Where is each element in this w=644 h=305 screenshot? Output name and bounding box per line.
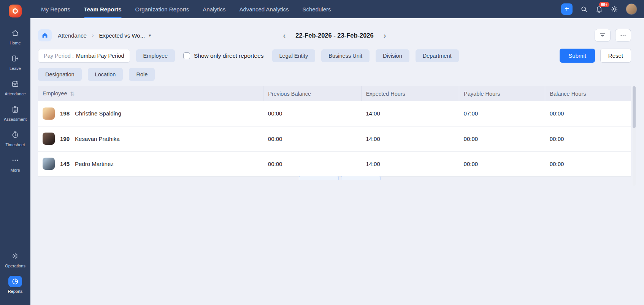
- filter-chip-role[interactable]: Role: [129, 68, 155, 81]
- sidebar-item-home[interactable]: Home: [0, 27, 30, 45]
- add-button[interactable]: +: [561, 3, 573, 15]
- clipped-popup-fragment: [299, 176, 381, 180]
- employee-id: 198: [60, 110, 70, 117]
- pay-period-selector[interactable]: Pay Period : Mumbai Pay Period: [38, 49, 130, 63]
- column-header-employee[interactable]: Employee⇅: [38, 86, 263, 101]
- employee-id: 145: [60, 161, 70, 167]
- sidebar-item-attendance[interactable]: Attendance: [0, 78, 30, 96]
- employee-name: Kesavan Prathika: [75, 136, 120, 142]
- breadcrumb-separator-icon: ›: [92, 32, 94, 38]
- expected-hours-value: 14:00: [361, 101, 459, 126]
- sidebar-item-label: Home: [10, 41, 21, 45]
- reset-button[interactable]: Reset: [600, 49, 631, 63]
- sidebar-item-reports[interactable]: Reports: [0, 276, 30, 294]
- column-header-previous-balance[interactable]: Previous Balance: [263, 86, 361, 101]
- table-header-row: Employee⇅ Previous Balance Expected Hour…: [38, 86, 631, 101]
- filters-section: Pay Period : Mumbai Pay Period Employee …: [38, 49, 631, 81]
- filter-chip-department[interactable]: Department: [416, 49, 459, 62]
- direct-reportees-checkbox[interactable]: [183, 52, 190, 59]
- filter-chip-business-unit[interactable]: Business Unit: [321, 49, 370, 62]
- filter-chip-designation[interactable]: Designation: [38, 68, 82, 81]
- filter-chip-location[interactable]: Location: [88, 68, 123, 81]
- expected-hours-value: 14:00: [361, 126, 459, 151]
- tab-advanced-analytics[interactable]: Advanced Analytics: [239, 0, 289, 18]
- payable-hours-value: 00:00: [459, 151, 545, 176]
- payable-hours-value: 00:00: [459, 126, 545, 151]
- balance-hours-value: 00:00: [545, 151, 631, 176]
- filter-actions: Submit Reset: [560, 49, 631, 63]
- topbar: My Reports Team Reports Organization Rep…: [30, 0, 644, 18]
- table-row[interactable]: 145 Pedro Martinez 00:00 14:00 00:00 00:…: [38, 151, 631, 176]
- previous-balance-value: 00:00: [263, 101, 361, 126]
- table-row[interactable]: 190 Kesavan Prathika 00:00 14:00 00:00 0…: [38, 126, 631, 151]
- topbar-actions: + 99+: [561, 0, 637, 18]
- app-logo[interactable]: [9, 5, 22, 17]
- employee-id: 190: [60, 136, 70, 142]
- home-icon: [8, 27, 22, 39]
- payable-hours-value: 07:00: [459, 101, 545, 126]
- sidebar-item-label: Attendance: [5, 92, 26, 96]
- column-header-expected-hours[interactable]: Expected Hours: [361, 86, 459, 101]
- notification-badge: 99+: [599, 2, 609, 7]
- leave-icon: [8, 53, 22, 64]
- table-scrollbar-track[interactable]: [633, 86, 636, 186]
- tab-analytics[interactable]: Analytics: [203, 0, 225, 18]
- notifications-bell-icon[interactable]: 99+: [595, 5, 603, 13]
- submit-button[interactable]: Submit: [560, 49, 595, 63]
- report-selector[interactable]: Expected vs Wo... ▼: [99, 32, 152, 39]
- employee-cell: 198 Christine Spalding: [43, 107, 259, 120]
- sidebar-item-label: Reports: [8, 289, 23, 294]
- filter-row-2: Designation Location Role: [38, 68, 631, 81]
- filter-chip-legal-entity[interactable]: Legal Entity: [272, 49, 316, 62]
- prev-date-button[interactable]: ‹: [282, 32, 287, 39]
- tab-schedulers[interactable]: Schedulers: [302, 0, 331, 18]
- tab-organization-reports[interactable]: Organization Reports: [135, 0, 189, 18]
- sidebar-item-operations[interactable]: Operations: [0, 250, 30, 268]
- sidebar-item-label: More: [10, 168, 20, 172]
- sidebar-item-label: Leave: [10, 66, 21, 71]
- more-dots-icon: [8, 155, 22, 166]
- sidebar-item-leave[interactable]: Leave: [0, 53, 30, 71]
- tab-team-reports[interactable]: Team Reports: [84, 0, 122, 18]
- clipped-popup-part: [299, 176, 339, 180]
- sort-icon[interactable]: ⇅: [70, 91, 75, 97]
- sidebar-item-label: Operations: [5, 264, 25, 268]
- pay-period-label: Pay Period :: [44, 53, 74, 59]
- column-header-balance-hours[interactable]: Balance Hours: [545, 86, 631, 101]
- settings-gear-icon[interactable]: [611, 5, 618, 13]
- breadcrumb-section[interactable]: Attendance: [58, 32, 87, 39]
- date-navigator: ‹ 22-Feb-2026 - 23-Feb-2026 ›: [282, 32, 388, 39]
- user-avatar[interactable]: [626, 3, 637, 15]
- report-table-container: Employee⇅ Previous Balance Expected Hour…: [38, 86, 631, 177]
- tab-my-reports[interactable]: My Reports: [41, 0, 70, 18]
- balance-hours-value: 00:00: [545, 101, 631, 126]
- direct-reportees-checkbox-group[interactable]: Show only direct reportees: [183, 52, 264, 59]
- employee-name: Christine Spalding: [75, 110, 121, 117]
- filter-chip-division[interactable]: Division: [376, 49, 409, 62]
- sidebar-item-more[interactable]: More: [0, 155, 30, 172]
- filter-icon[interactable]: [595, 29, 611, 42]
- more-options-icon[interactable]: [615, 29, 631, 42]
- search-icon[interactable]: [580, 5, 588, 13]
- sidebar-item-label: Assessment: [4, 117, 27, 122]
- table-row[interactable]: 198 Christine Spalding 00:00 14:00 07:00…: [38, 101, 631, 126]
- report-toolbar: [595, 29, 631, 42]
- timesheet-clock-icon: [8, 129, 22, 141]
- balance-hours-value: 00:00: [545, 126, 631, 151]
- report-table: Employee⇅ Previous Balance Expected Hour…: [38, 86, 631, 177]
- sidebar-item-assessment[interactable]: Assessment: [0, 104, 30, 122]
- sidebar: Home Leave Attendance Assessment Timeshe: [0, 0, 30, 305]
- breadcrumb-home-icon[interactable]: [38, 29, 52, 41]
- employee-avatar: [43, 158, 55, 170]
- date-range-label: 22-Feb-2026 - 23-Feb-2026: [295, 32, 373, 39]
- next-date-button[interactable]: ›: [382, 32, 388, 39]
- column-header-payable-hours[interactable]: Payable Hours: [459, 86, 545, 101]
- sidebar-item-timesheet[interactable]: Timesheet: [0, 129, 30, 147]
- main-content: Attendance › Expected vs Wo... ▼ ‹ 22-Fe…: [30, 18, 644, 305]
- topbar-tabs: My Reports Team Reports Organization Rep…: [41, 0, 331, 18]
- content-column: My Reports Team Reports Organization Rep…: [30, 0, 644, 305]
- report-selector-label: Expected vs Wo...: [99, 32, 145, 39]
- filter-chip-employee[interactable]: Employee: [136, 49, 175, 62]
- attendance-calendar-icon: [8, 78, 22, 90]
- table-scrollbar-thumb[interactable]: [633, 86, 636, 128]
